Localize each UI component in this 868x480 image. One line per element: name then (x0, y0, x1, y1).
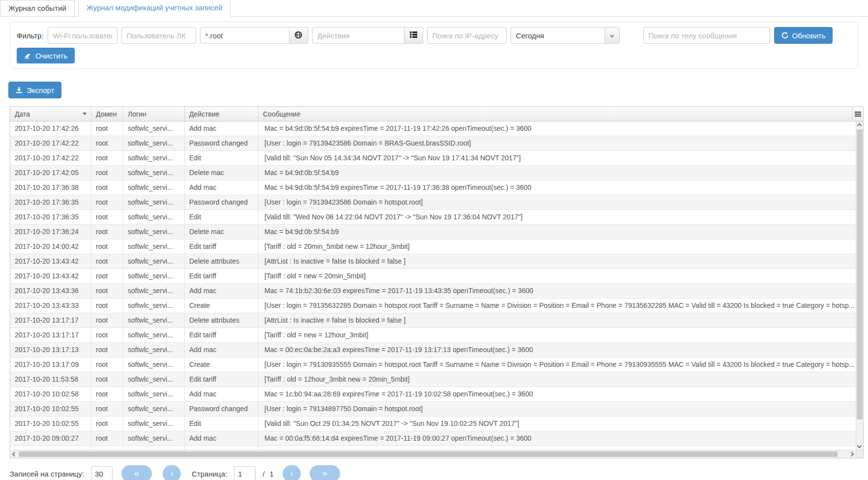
cell-date: 2017-10-20 10:02:55 (10, 417, 91, 431)
cell-action: Add mac (185, 431, 259, 446)
scroll-down-icon[interactable] (857, 444, 862, 449)
lk-user-input[interactable] (121, 27, 196, 44)
cell-action: Edit (185, 210, 259, 224)
next-page-button[interactable]: › (283, 465, 301, 480)
cell-message: Mac = b4:9d:0b:5f:54:b9 expiresTime = 20… (259, 121, 856, 136)
filter-panel: Фильтр: Сегодня (10, 22, 858, 69)
cell-domain: root (91, 195, 123, 210)
cell-domain: root (91, 299, 123, 313)
table-row[interactable]: 2017-10-20 17:42:22rootsoftwlc_servi...P… (10, 136, 856, 151)
cell-action: Add mac (185, 387, 259, 401)
cell-domain: root (91, 431, 123, 446)
table-row[interactable]: 2017-10-20 10:02:55rootsoftwlc_servi...E… (10, 417, 856, 431)
prev-page-button[interactable]: ‹ (163, 465, 181, 480)
refresh-button[interactable]: Обновить (774, 27, 833, 44)
clear-button[interactable]: Очистить (17, 48, 75, 63)
pagination-bar: Записей на страницу: « ‹ Страница: / 1 ›… (10, 465, 868, 480)
cell-action (185, 446, 259, 450)
vertical-scrollbar-thumb[interactable] (857, 129, 863, 420)
cell-date: 2017-10-20 17:42:26 (10, 121, 91, 136)
table-row[interactable]: 2017-10-20 13:17:13rootsoftwlc_servi...A… (10, 343, 856, 358)
table-row[interactable]: 2017-10-20 10:02:55rootsoftwlc_servi...P… (10, 402, 856, 417)
cell-domain: root (91, 313, 123, 328)
horizontal-scrollbar-thumb[interactable] (19, 451, 838, 457)
cell-date: 2017-10-20 17:36:38 (10, 180, 91, 195)
page-number-input[interactable] (234, 466, 256, 480)
scroll-right-icon[interactable] (849, 452, 854, 457)
wifi-user-input[interactable] (48, 27, 117, 44)
column-header-message[interactable]: Сообщение (259, 107, 853, 121)
table-row[interactable]: 2017-10-20 17:42:05rootsoftwlc_servi...D… (10, 166, 856, 180)
cell-action: Password changed (185, 195, 259, 210)
cell-date: 2017-10-20 17:42:22 (10, 136, 91, 150)
scroll-left-icon[interactable] (12, 452, 17, 457)
last-page-button[interactable]: » (310, 465, 340, 480)
domain-picker-button[interactable] (289, 27, 308, 44)
cell-date: 2017-10-20 17:36:35 (10, 210, 91, 224)
column-header-login[interactable]: Логин (123, 107, 185, 121)
cell-domain: root (91, 210, 123, 224)
table-body: 2017-10-20 17:42:26rootsoftwlc_servi...A… (10, 121, 863, 450)
cell-domain: root (91, 387, 123, 401)
cell-action: Edit (185, 417, 259, 431)
cell-domain: root (91, 136, 123, 150)
period-select[interactable]: Сегодня (511, 27, 620, 44)
ip-search-input[interactable] (427, 27, 507, 44)
table-row[interactable]: 2017-10-20 17:42:26rootsoftwlc_servi...A… (10, 121, 856, 136)
cell-domain: root (91, 240, 123, 254)
table-row[interactable]: 2017-10-20 17:42:22rootsoftwlc_servi...E… (10, 151, 856, 166)
tab-event-log[interactable]: Журнал событий (0, 0, 75, 16)
cell-message: [Tariff : old = 20min_5mbit new = 12hour… (259, 240, 856, 254)
cell-domain (91, 446, 123, 450)
table-row[interactable]: 2017-10-20 11:53:58rootsoftwlc_servi...E… (10, 372, 856, 387)
table-row[interactable]: 2017-10-20 13:17:09rootsoftwlc_servi...C… (10, 358, 856, 372)
column-header-action[interactable]: Действие (185, 107, 259, 121)
table-row[interactable]: 2017-10-20 13:43:33rootsoftwlc_servi...C… (10, 299, 856, 313)
cell-action: Edit tariff (185, 240, 259, 254)
column-header-date[interactable]: Дата (10, 107, 91, 121)
actions-picker-button[interactable] (405, 27, 423, 44)
cell-message: [Valid till: "Sun Nov 05 14:34:34 NOVT 2… (259, 151, 856, 165)
cell-domain: root (91, 225, 123, 239)
table-row[interactable]: 2017-10-20 13:43:42rootsoftwlc_servi...D… (10, 254, 856, 269)
horizontal-scrollbar[interactable] (10, 450, 856, 458)
tab-account-modification-log[interactable]: Журнал модификаций учетных записей (78, 0, 231, 17)
message-search-input[interactable] (643, 27, 770, 44)
cell-action: Delete mac (185, 166, 259, 180)
table-row[interactable]: 2017-10-20 10:02:58rootsoftwlc_servi...A… (10, 387, 856, 402)
cell-message: [User : login = 79139423586 Domain = hot… (259, 195, 856, 210)
cell-action: Add mac (185, 121, 259, 136)
column-header-domain[interactable]: Домен (91, 107, 123, 121)
scroll-up-icon[interactable] (857, 123, 862, 128)
domain-input[interactable] (200, 27, 289, 44)
total-pages: 1 (269, 470, 273, 478)
column-menu-button[interactable] (853, 107, 863, 121)
cell-message: Mac = 1c:b0:94:aa:28:69 expiresTime = 20… (259, 387, 856, 401)
cell-domain: root (91, 358, 123, 372)
cell-message: [AttrList : Is inactive = false Is block… (259, 254, 856, 269)
cell-message: [User : login = 79134897750 Domain = hot… (259, 402, 856, 416)
cell-login: softwlc_servi... (123, 299, 185, 313)
table-row[interactable]: 2017-10-20 17:36:35rootsoftwlc_servi...P… (10, 195, 856, 210)
per-page-input[interactable] (91, 466, 113, 480)
cell-action: Add mac (185, 343, 259, 357)
cell-login: softwlc_servi... (123, 313, 185, 328)
table-row[interactable]: 2017-10-20 17:36:35rootsoftwlc_servi...E… (10, 210, 856, 225)
cell-login: softwlc_servi... (123, 151, 185, 165)
table-row[interactable]: 2017-10-20 14:00:42rootsoftwlc_servi...E… (10, 240, 856, 254)
vertical-scrollbar[interactable] (856, 121, 863, 450)
table-row[interactable]: 2017-10-20 17:36:24rootsoftwlc_servi...D… (10, 225, 856, 240)
export-button[interactable]: Экспорт (8, 82, 61, 98)
cell-domain: root (91, 372, 123, 387)
cell-date: 2017-10-20 13:17:17 (10, 328, 91, 342)
table-row[interactable]: 2017-10-20 17:36:38rootsoftwlc_servi...A… (10, 180, 856, 195)
cell-date: 2017-10-20 13:17:13 (10, 343, 91, 357)
table-row[interactable]: 2017-10-20 13:17:17rootsoftwlc_servi...E… (10, 328, 856, 343)
table-row[interactable]: 2017-10-20 09:00:27rootsoftwlc_servi...A… (10, 431, 856, 446)
actions-input[interactable] (312, 27, 405, 44)
cell-message: [Tariff : old = new = 20min_5mbit] (259, 269, 856, 283)
table-row[interactable]: 2017-10-20 13:43:36rootsoftwlc_servi...A… (10, 284, 856, 299)
table-row[interactable]: 2017-10-20 13:17:17rootsoftwlc_servi...D… (10, 313, 856, 328)
first-page-button[interactable]: « (121, 465, 152, 480)
table-row[interactable]: 2017-10-20 13:43:42rootsoftwlc_servi...E… (10, 269, 856, 284)
